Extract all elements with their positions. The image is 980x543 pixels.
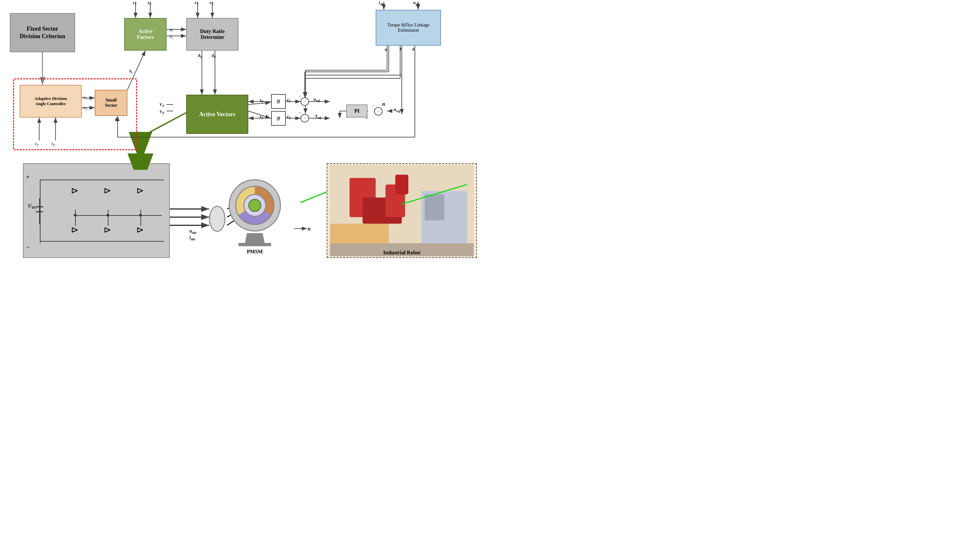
junction-t: −	[301, 114, 309, 122]
n-output-label: n	[308, 226, 311, 232]
delta-output-label: δ	[412, 47, 415, 52]
minus-T-junction: −	[299, 110, 301, 114]
phi-output-label: φ	[385, 47, 387, 52]
fixed-sector-block: Fixed Sector Division Criterion	[10, 13, 75, 52]
junction-n: −	[374, 107, 382, 116]
torque-flux-block: Torque &Flux Linkage Estimitaion	[375, 10, 441, 46]
eF-out-label: eF	[287, 97, 291, 103]
Si-label: Si	[129, 68, 132, 75]
pmsm-area: PMSM	[222, 160, 288, 255]
top-rail	[40, 179, 164, 180]
svg-rect-67	[395, 175, 408, 194]
pi-label: PI	[355, 108, 360, 114]
transistor-b2: ⊳	[103, 224, 111, 235]
diagram: Fixed Sector Division Criterion Active F…	[0, 0, 490, 272]
minus-n-junction: −	[372, 104, 374, 108]
pmsm-label: PMSM	[247, 249, 263, 255]
T-output-label: T	[399, 47, 402, 52]
phi-ref-label: φref	[313, 97, 320, 103]
e-T-label-duty: eT	[195, 0, 199, 6]
transistor-t1: ⊳	[71, 185, 78, 196]
uabc-bot-label: uabc	[189, 229, 197, 235]
torque-flux-label: Torque &Flux Linkage Estimitaion	[387, 22, 430, 33]
cap-plate-top	[36, 206, 43, 207]
svg-line-16	[248, 103, 270, 105]
v-line-left	[40, 179, 40, 243]
comparator-bot: #	[271, 111, 286, 126]
n-label: n	[382, 101, 385, 107]
active-factors-block: Active Factors	[124, 18, 167, 51]
comparator-top: #	[271, 94, 286, 109]
motor-diagram	[229, 179, 281, 232]
udc-label: UDC	[28, 203, 37, 209]
transistor-b1: ⊳	[71, 224, 78, 235]
iabc-bot-label: iabc	[189, 235, 196, 241]
dT-label: dT	[198, 53, 202, 59]
duty-ratio-block: Duty Ratio Determine	[186, 18, 239, 51]
plus-label: +	[26, 174, 29, 181]
pmsm-stand	[245, 233, 265, 243]
mu-label: μi	[170, 27, 173, 33]
transistor-t3: ⊳	[136, 185, 144, 196]
svg-line-17	[248, 111, 270, 118]
adaptive-section-box	[13, 78, 137, 150]
pmsm-base	[239, 243, 271, 246]
eT-comp-label: εT	[260, 114, 263, 120]
minus-phi-junction: −	[299, 94, 301, 98]
dF-label: dF	[212, 53, 216, 59]
duty-ratio-label: Duty Ratio Determine	[200, 29, 224, 40]
svg-rect-69	[425, 194, 444, 221]
eF-comp-label: εF	[260, 97, 264, 103]
robot-box: Industrial Robot	[327, 163, 477, 258]
inverter-box: + − UDC ⊳ ⊳ ⊳ ⊳ ⊳ ⊳	[23, 163, 170, 258]
minus-label: −	[26, 244, 29, 251]
eps-F-label-active: εF	[148, 0, 151, 6]
eT-out-label: eT	[287, 114, 291, 120]
eps-T-label-active: εT	[133, 0, 137, 6]
transistor-t2: ⊳	[103, 185, 111, 196]
active-vectors-block: Active Vectors	[186, 95, 248, 134]
bot-rail	[40, 241, 164, 241]
uAbc-label: uabc	[413, 0, 420, 6]
cap-plate-bot	[36, 211, 43, 212]
active-factors-label: Active Factors	[137, 29, 154, 40]
e-F-label-duty: eF	[210, 0, 214, 6]
T-ref-label: Tref	[315, 114, 321, 119]
junction-phi: −	[301, 97, 309, 106]
pi-block: PI	[346, 105, 368, 117]
robot-label: Industrial Robot	[383, 250, 420, 256]
robot-svg	[330, 165, 474, 256]
motor-center	[248, 199, 261, 212]
VF-label: VF	[159, 109, 164, 115]
transistor-b3: ⊳	[136, 224, 144, 235]
VT-label: VT	[159, 102, 164, 108]
n-ref-label: nref	[394, 107, 400, 113]
fixed-sector-label: Fixed Sector Division Criterion	[20, 25, 65, 40]
lambda-label: λi	[170, 34, 172, 40]
iAbc-label: iabc	[379, 0, 385, 6]
active-vectors-label: Active Vectors	[199, 111, 235, 118]
svg-line-14	[140, 113, 186, 137]
